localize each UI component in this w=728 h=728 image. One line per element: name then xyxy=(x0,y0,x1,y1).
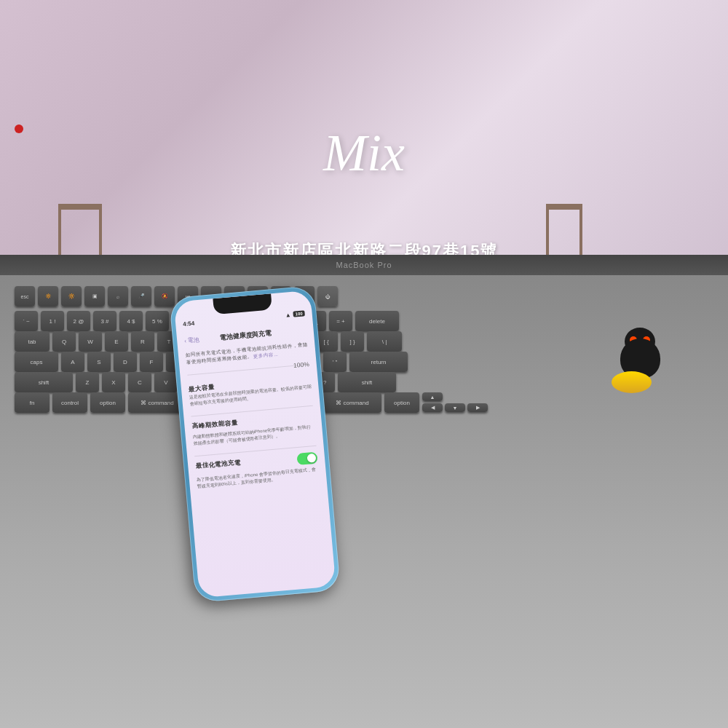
key-delete[interactable]: delete xyxy=(355,311,399,331)
iphone-page-title: 電池健康度與充電 xyxy=(199,327,292,344)
wifi-icon: ▲ xyxy=(285,312,291,319)
key-backtick[interactable]: ` ~ xyxy=(15,311,38,331)
macbook-top-bar: MacBook Pro xyxy=(0,255,728,275)
key-s[interactable]: S xyxy=(87,352,111,372)
back-label: 電池 xyxy=(187,336,199,344)
key-arrow-right[interactable]: ▶ xyxy=(467,403,488,412)
key-fn[interactable]: fn xyxy=(15,392,50,413)
peak-performance-section: 高峰期效能容量 內建動態軟體和硬體系統可結納iPhone化學年齡增加，對執行效能… xyxy=(191,411,315,447)
key-q[interactable]: Q xyxy=(52,331,76,352)
iphone: 4:54 ▲ 100 ‹ 電池 電池健康度與充電 如同所 xyxy=(169,285,341,603)
key-quote[interactable]: ' " xyxy=(323,352,347,372)
key-r[interactable]: R xyxy=(131,331,154,352)
battery-indicator: 100 xyxy=(293,310,305,317)
key-return[interactable]: return xyxy=(349,352,408,372)
keyboard-row-qwerty: tab Q W E R T Y U I O P [ { ] } \ | xyxy=(15,331,713,352)
keyboard-row-numbers: ` ~ 1 ! 2 @ 3 # 4 $ 5 % 6 ^ 7 & 8 * 9 ( … xyxy=(15,311,713,331)
key-z[interactable]: Z xyxy=(76,372,99,392)
key-equals[interactable]: = + xyxy=(329,311,352,331)
key-3[interactable]: 3 # xyxy=(93,311,116,331)
red-dot-decoration xyxy=(15,124,23,133)
key-arrow-up[interactable]: ▲ xyxy=(422,392,443,401)
key-command-right[interactable]: ⌘ command xyxy=(323,392,381,413)
iphone-body: 4:54 ▲ 100 ‹ 電池 電池健康度與充電 如同所 xyxy=(169,285,341,603)
optimized-charging-title: 最佳化電池充電 xyxy=(195,458,242,470)
key-1[interactable]: 1 ! xyxy=(41,311,64,331)
mix-logo-text: Mix xyxy=(323,123,405,183)
iphone-intro-text: 如同所有充電式電池，手機電池能抗消耗性組件，會隨著使用時間而逐漸降低效能。 更多… xyxy=(186,341,309,365)
key-a[interactable]: A xyxy=(61,352,84,372)
key-f[interactable]: F xyxy=(140,352,163,372)
key-tab[interactable]: tab xyxy=(15,331,50,352)
key-shift-left[interactable]: shift xyxy=(15,372,73,392)
key-c[interactable]: C xyxy=(128,372,151,392)
keyboard-row-asdf: caps A S D F G H J K L ; : ' " return xyxy=(15,352,713,372)
iphone-time: 4:54 xyxy=(183,320,195,327)
key-w[interactable]: W xyxy=(79,331,102,352)
gold-bowl xyxy=(612,371,652,393)
key-x[interactable]: X xyxy=(102,372,125,392)
cat-figurine xyxy=(612,328,670,393)
key-brightness-up[interactable]: 🔆 xyxy=(61,286,82,306)
max-capacity-title: 最大容量 xyxy=(189,383,215,392)
iphone-screen-content: ‹ 電池 電池健康度與充電 如同所有充電式電池，手機電池能抗消耗性組件，會隨著使… xyxy=(176,319,336,598)
key-shift-right[interactable]: shift xyxy=(338,372,396,392)
key-backslash[interactable]: \ | xyxy=(367,331,402,352)
max-capacity-value: 100% xyxy=(293,360,310,369)
iphone-screen: 4:54 ▲ 100 ‹ 電池 電池健康度與充電 如同所 xyxy=(174,290,336,598)
key-escape[interactable]: esc xyxy=(15,286,35,306)
key-4[interactable]: 4 $ xyxy=(119,311,143,331)
optimized-charging-toggle[interactable] xyxy=(296,451,317,464)
key-v[interactable]: V xyxy=(154,372,178,392)
key-arrow-down[interactable]: ▼ xyxy=(445,403,465,412)
keyboard-row-fn: esc 🔅 🔆 ▣ ⌕ 🎤 🔕 ⏮ ⏯ ⏭ 🔇 🔉 🔊 ⏻ xyxy=(15,286,713,306)
key-d[interactable]: D xyxy=(114,352,137,372)
back-chevron-icon: ‹ xyxy=(184,338,186,344)
store-poster: Mix 新北市新店區北新路二段97巷15號 xyxy=(0,0,728,277)
key-dictation[interactable]: 🎤 xyxy=(131,286,151,306)
key-brightness-down[interactable]: 🔅 xyxy=(38,286,58,306)
key-mission-ctrl[interactable]: ▣ xyxy=(84,286,105,306)
key-control[interactable]: control xyxy=(52,392,87,413)
key-2[interactable]: 2 @ xyxy=(67,311,90,331)
key-touch-id[interactable]: ⏻ xyxy=(317,286,338,306)
keyboard-row-bottom: fn control option ⌘ command ⌘ command op… xyxy=(15,392,713,413)
optimized-charging-section: 最佳化電池充電 為了降低電池老化速度，iPhone 會學習你的每日充電模式，會暫… xyxy=(195,451,320,489)
key-spotlight[interactable]: ⌕ xyxy=(108,286,128,306)
key-bracket-right[interactable]: ] } xyxy=(341,331,364,352)
keyboard-row-zxcv: shift Z X C V B N M , < . > / ? shift xyxy=(15,372,713,392)
iphone-back-button[interactable]: ‹ 電池 xyxy=(184,336,200,345)
key-capslock[interactable]: caps xyxy=(15,352,58,372)
key-option-left[interactable]: option xyxy=(90,392,125,413)
max-capacity-section: 最大容量 100% 這是相較於電池在全新狀態時測量的電池容量。較低的容量可能會縮… xyxy=(188,371,312,408)
intro-text-content: 如同所有充電式電池，手機電池能抗消耗性組件，會隨著使用時間而逐漸降低效能。 xyxy=(186,341,308,364)
key-option-right[interactable]: option xyxy=(384,392,419,413)
macbook-label: MacBook Pro xyxy=(336,261,392,269)
more-link[interactable]: 更多內容... xyxy=(253,352,278,359)
key-5[interactable]: 5 % xyxy=(146,311,169,331)
key-arrow-left[interactable]: ◀ xyxy=(422,403,443,412)
key-e[interactable]: E xyxy=(105,331,128,352)
macbook-body: MacBook Pro esc 🔅 🔆 ▣ ⌕ 🎤 🔕 ⏮ ⏯ ⏭ 🔇 🔉 🔊 … xyxy=(0,255,728,728)
